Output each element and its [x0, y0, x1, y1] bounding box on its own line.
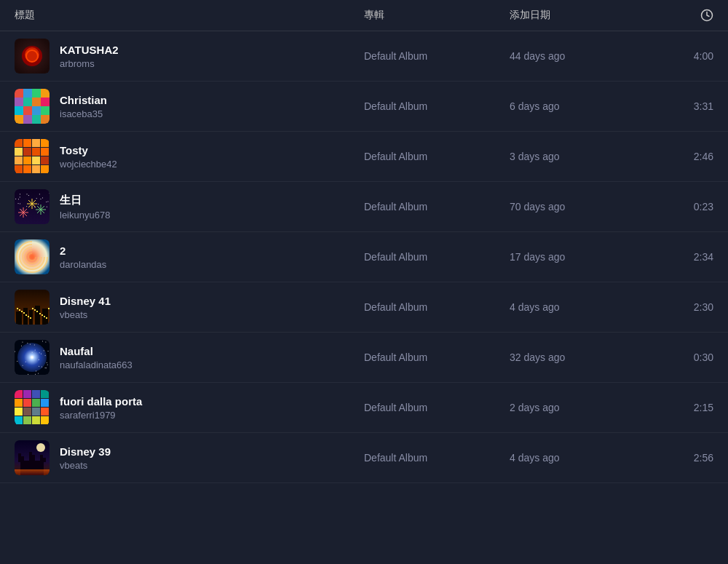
- track-info: Naufalnaufaladinata663: [15, 340, 364, 375]
- track-artist: leikunyu678: [60, 210, 110, 221]
- track-artist: wojciechbe42: [60, 159, 117, 170]
- track-text: Christianisaceba35: [60, 94, 107, 119]
- track-text: Naufalnaufaladinata663: [60, 345, 132, 370]
- track-text: Disney 39vbeats: [60, 445, 111, 471]
- table-header: 標題 專輯 添加日期: [0, 0, 728, 31]
- track-info: 2darolandas: [15, 239, 364, 274]
- table-row[interactable]: 2darolandasDefault Album17 days ago2:34: [0, 232, 728, 282]
- track-duration: 2:34: [655, 251, 713, 263]
- track-album: Default Album: [364, 50, 510, 62]
- track-title: 生日: [60, 194, 110, 207]
- track-date: 4 days ago: [510, 452, 655, 464]
- track-info: 生日leikunyu678: [15, 189, 364, 224]
- track-thumbnail: [15, 139, 50, 174]
- track-info: Christianisaceba35: [15, 89, 364, 124]
- track-thumb: [15, 89, 50, 124]
- track-thumbnail: [15, 239, 50, 274]
- track-duration: 2:15: [655, 402, 713, 413]
- track-title: Tosty: [60, 144, 117, 156]
- track-thumb: [15, 39, 50, 74]
- table-row[interactable]: 生日leikunyu678Default Album70 days ago0:2…: [0, 182, 728, 232]
- track-text: 生日leikunyu678: [60, 194, 110, 221]
- table-row[interactable]: Christianisaceba35Default Album6 days ag…: [0, 82, 728, 132]
- track-album: Default Album: [364, 301, 510, 313]
- table-row[interactable]: Disney 41vbeatsDefault Album4 days ago2:…: [0, 282, 728, 333]
- track-thumb: [15, 290, 50, 325]
- header-album: 專輯: [364, 9, 510, 22]
- track-album: Default Album: [364, 452, 510, 464]
- track-title: Christian: [60, 94, 107, 106]
- track-date: 17 days ago: [510, 251, 655, 263]
- track-thumb: [15, 189, 50, 224]
- track-info: Tostywojciechbe42: [15, 139, 364, 174]
- track-thumbnail: [15, 340, 50, 375]
- clock-icon: [700, 9, 713, 22]
- track-date: 2 days ago: [510, 402, 655, 413]
- track-info: Disney 39vbeats: [15, 440, 364, 475]
- table-row[interactable]: Tostywojciechbe42Default Album3 days ago…: [0, 132, 728, 182]
- track-duration: 0:23: [655, 201, 713, 213]
- track-artist: darolandas: [60, 259, 106, 270]
- track-thumb: [15, 340, 50, 375]
- track-artist: vbeats: [60, 460, 111, 471]
- track-album: Default Album: [364, 402, 510, 413]
- track-album: Default Album: [364, 251, 510, 263]
- track-info: fuori dalla portasaraferri1979: [15, 390, 364, 425]
- track-thumbnail: [15, 89, 50, 124]
- table-row[interactable]: KATUSHA2arbromsDefault Album44 days ago4…: [0, 31, 728, 82]
- track-artist: vbeats: [60, 309, 111, 320]
- track-title: Naufal: [60, 345, 132, 357]
- track-duration: 2:56: [655, 452, 713, 464]
- track-title: 2: [60, 245, 106, 257]
- track-thumb: [15, 440, 50, 475]
- table-row[interactable]: Disney 39vbeatsDefault Album4 days ago2:…: [0, 433, 728, 483]
- track-date: 4 days ago: [510, 301, 655, 313]
- track-title: KATUSHA2: [60, 44, 119, 56]
- track-info: Disney 41vbeats: [15, 290, 364, 325]
- track-artist: saraferri1979: [60, 410, 142, 421]
- track-thumb: [15, 390, 50, 425]
- track-thumbnail: [15, 390, 50, 425]
- track-title: Disney 39: [60, 445, 111, 458]
- track-album: Default Album: [364, 100, 510, 112]
- track-thumbnail: [15, 440, 50, 475]
- track-duration: 2:46: [655, 151, 713, 162]
- track-text: KATUSHA2arbroms: [60, 44, 119, 69]
- track-album: Default Album: [364, 201, 510, 213]
- track-thumbnail: [15, 189, 50, 224]
- track-artist: isaceba35: [60, 108, 107, 119]
- track-date: 44 days ago: [510, 50, 655, 62]
- tracks-table: 標題 專輯 添加日期 KATUSHA2arbromsDefault Album4…: [0, 0, 728, 483]
- track-thumb: [15, 139, 50, 174]
- table-row[interactable]: Naufalnaufaladinata663Default Album32 da…: [0, 333, 728, 383]
- track-date: 32 days ago: [510, 351, 655, 363]
- track-duration: 4:00: [655, 50, 713, 62]
- header-title: 標題: [15, 9, 364, 22]
- track-duration: 0:30: [655, 351, 713, 363]
- track-thumb: [15, 239, 50, 274]
- track-text: 2darolandas: [60, 245, 106, 270]
- track-date: 3 days ago: [510, 151, 655, 162]
- track-title: fuori dalla porta: [60, 395, 142, 408]
- track-date: 6 days ago: [510, 100, 655, 112]
- tracks-list: KATUSHA2arbromsDefault Album44 days ago4…: [0, 31, 728, 483]
- track-duration: 3:31: [655, 100, 713, 112]
- track-date: 70 days ago: [510, 201, 655, 213]
- track-info: KATUSHA2arbroms: [15, 39, 364, 74]
- track-thumbnail: [15, 290, 50, 325]
- track-album: Default Album: [364, 351, 510, 363]
- track-title: Disney 41: [60, 295, 111, 307]
- track-text: Tostywojciechbe42: [60, 144, 117, 170]
- track-text: Disney 41vbeats: [60, 295, 111, 320]
- track-duration: 2:30: [655, 301, 713, 313]
- track-album: Default Album: [364, 151, 510, 162]
- header-duration: [655, 9, 713, 22]
- track-artist: arbroms: [60, 58, 119, 69]
- header-date: 添加日期: [510, 9, 655, 22]
- track-artist: naufaladinata663: [60, 360, 132, 370]
- track-thumbnail: [15, 39, 50, 74]
- track-text: fuori dalla portasaraferri1979: [60, 395, 142, 421]
- table-row[interactable]: fuori dalla portasaraferri1979Default Al…: [0, 383, 728, 433]
